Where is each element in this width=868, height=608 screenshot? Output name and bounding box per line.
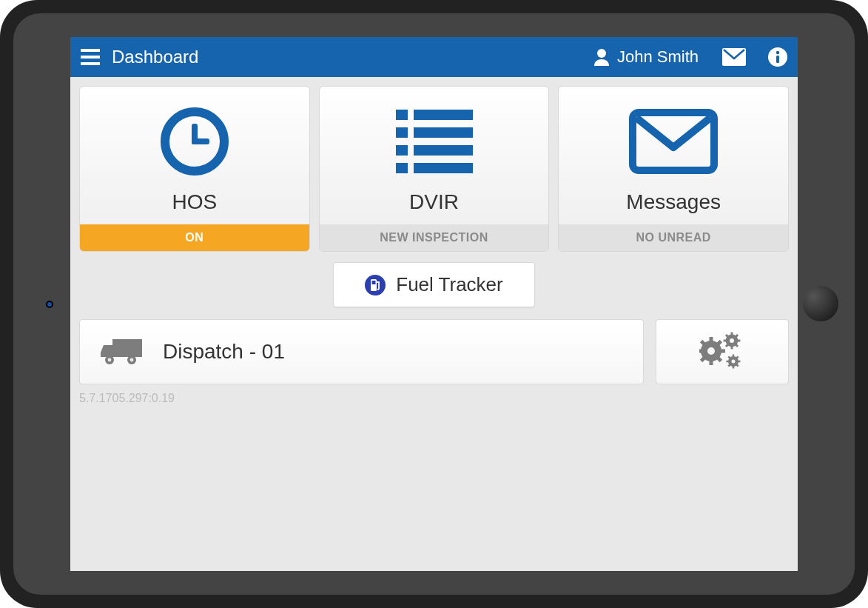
svg-rect-43 bbox=[737, 340, 740, 342]
fuel-tracker-button[interactable]: Fuel Tracker bbox=[333, 262, 535, 307]
svg-rect-18 bbox=[414, 163, 473, 173]
fuel-row: Fuel Tracker bbox=[79, 262, 789, 307]
svg-rect-52 bbox=[727, 361, 730, 363]
svg-point-49 bbox=[732, 360, 736, 364]
clock-icon bbox=[80, 87, 309, 183]
bottom-row: Dispatch - 01 bbox=[79, 319, 789, 384]
tile-hos-status: ON bbox=[80, 224, 309, 251]
svg-rect-40 bbox=[731, 333, 733, 335]
tile-row: HOS ON DVIR NEW INSPECTION bbox=[79, 86, 789, 252]
svg-rect-33 bbox=[720, 350, 725, 353]
svg-point-39 bbox=[730, 338, 734, 343]
tablet-camera bbox=[46, 301, 53, 308]
list-icon bbox=[320, 87, 549, 183]
tile-messages-label: Messages bbox=[626, 183, 721, 224]
menu-icon[interactable] bbox=[81, 49, 100, 65]
svg-point-27 bbox=[130, 358, 134, 362]
mail-icon[interactable] bbox=[722, 48, 746, 66]
tile-messages-status: NO UNREAD bbox=[559, 224, 788, 251]
tile-hos[interactable]: HOS ON bbox=[79, 86, 310, 252]
svg-rect-0 bbox=[81, 49, 100, 52]
svg-point-29 bbox=[707, 347, 715, 355]
svg-rect-22 bbox=[372, 281, 376, 284]
gears-icon bbox=[699, 332, 745, 372]
info-icon[interactable] bbox=[768, 47, 787, 67]
svg-rect-13 bbox=[396, 127, 408, 138]
svg-rect-11 bbox=[396, 110, 408, 120]
svg-rect-32 bbox=[699, 350, 702, 353]
fuel-tracker-label: Fuel Tracker bbox=[396, 273, 503, 296]
svg-rect-31 bbox=[710, 360, 713, 365]
svg-rect-7 bbox=[776, 56, 779, 63]
svg-rect-23 bbox=[112, 339, 142, 357]
user-icon bbox=[593, 48, 610, 66]
svg-point-6 bbox=[776, 51, 779, 54]
dashboard-content: HOS ON DVIR NEW INSPECTION bbox=[70, 77, 798, 405]
svg-rect-42 bbox=[724, 340, 727, 342]
svg-rect-16 bbox=[414, 145, 473, 156]
app-screen: Dashboard John Smith bbox=[70, 37, 798, 571]
version-label: 5.7.1705.297:0.19 bbox=[79, 392, 789, 405]
tile-hos-label: HOS bbox=[172, 183, 217, 224]
tile-dvir[interactable]: DVIR NEW INSPECTION bbox=[319, 86, 550, 252]
svg-point-26 bbox=[108, 358, 112, 362]
svg-rect-30 bbox=[710, 337, 713, 342]
svg-rect-51 bbox=[733, 366, 735, 369]
dispatch-card[interactable]: Dispatch - 01 bbox=[79, 319, 644, 384]
svg-rect-50 bbox=[733, 355, 735, 358]
dispatch-label: Dispatch - 01 bbox=[163, 340, 285, 364]
svg-rect-1 bbox=[81, 56, 100, 59]
svg-rect-14 bbox=[414, 127, 473, 138]
svg-rect-12 bbox=[414, 110, 473, 120]
svg-rect-10 bbox=[192, 138, 209, 144]
tile-messages[interactable]: Messages NO UNREAD bbox=[558, 86, 789, 252]
app-header: Dashboard John Smith bbox=[70, 37, 798, 77]
svg-rect-2 bbox=[81, 62, 100, 65]
envelope-icon bbox=[559, 87, 788, 183]
svg-point-3 bbox=[597, 49, 606, 58]
truck-icon bbox=[101, 336, 142, 367]
tile-dvir-status: NEW INSPECTION bbox=[320, 224, 549, 251]
svg-rect-41 bbox=[731, 346, 733, 349]
svg-rect-53 bbox=[738, 361, 741, 363]
tile-dvir-label: DVIR bbox=[409, 183, 459, 224]
user-chip[interactable]: John Smith bbox=[593, 47, 699, 67]
tablet-home-button[interactable] bbox=[803, 286, 838, 321]
svg-rect-17 bbox=[396, 163, 408, 173]
user-name: John Smith bbox=[617, 47, 699, 67]
settings-button[interactable] bbox=[656, 319, 789, 384]
page-title: Dashboard bbox=[112, 47, 198, 67]
svg-rect-15 bbox=[396, 145, 408, 156]
fuel-pump-icon bbox=[365, 275, 386, 295]
tablet-frame: Dashboard John Smith bbox=[0, 0, 868, 608]
